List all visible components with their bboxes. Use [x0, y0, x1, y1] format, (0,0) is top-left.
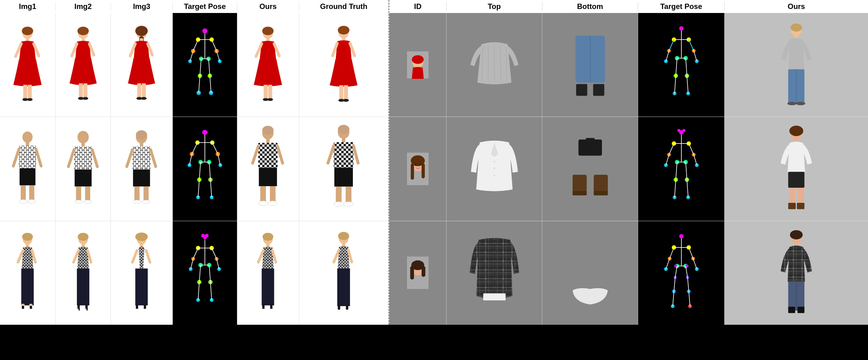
svg-line-277	[670, 39, 674, 50]
right-header-ours: Ours	[724, 2, 868, 11]
right-h4-label: Target Pose	[660, 2, 702, 11]
gt-r2-svg	[320, 122, 367, 215]
svg-rect-89	[81, 143, 85, 146]
svg-line-334	[686, 162, 687, 180]
svg-rect-167	[334, 168, 353, 187]
svg-line-395	[689, 292, 690, 306]
svg-point-120	[202, 131, 205, 134]
svg-point-173	[344, 202, 353, 206]
ours-r3-svg	[251, 228, 285, 317]
svg-rect-112	[133, 169, 150, 187]
svg-point-302	[494, 161, 495, 162]
svg-point-183	[21, 304, 25, 306]
right-r3-id	[389, 221, 446, 325]
top-r1-sweater	[465, 29, 524, 101]
svg-line-114	[151, 150, 156, 167]
main-container: Img1 Img2 Img3 Target Pose Ours Ground T…	[0, 0, 868, 325]
left-r2-img3	[111, 117, 173, 221]
svg-point-1	[22, 27, 33, 35]
svg-rect-178	[21, 269, 34, 306]
svg-point-196	[135, 232, 148, 241]
left-r3-img2	[56, 221, 111, 325]
svg-point-8	[27, 98, 32, 101]
svg-rect-157	[270, 186, 276, 202]
svg-point-159	[268, 201, 277, 206]
left-h5-label: Ours	[259, 2, 277, 11]
svg-line-53	[199, 76, 200, 93]
left-r1-img1	[0, 13, 56, 117]
left-r2-img2	[56, 117, 111, 221]
svg-rect-170	[336, 187, 342, 203]
svg-line-129	[192, 143, 197, 154]
svg-rect-14	[79, 83, 83, 98]
bottom-r1-jeans	[561, 29, 620, 101]
svg-rect-350	[410, 266, 414, 280]
svg-point-365	[679, 234, 684, 239]
right-r3-top	[446, 221, 542, 325]
svg-point-352	[415, 268, 416, 270]
svg-point-186	[78, 233, 88, 241]
svg-rect-297	[411, 163, 414, 180]
svg-point-205	[203, 237, 207, 240]
left-r3-ours	[237, 221, 299, 325]
svg-point-104	[136, 130, 147, 139]
id-r2-face	[407, 152, 429, 186]
svg-line-338	[687, 180, 688, 197]
svg-rect-402	[798, 307, 805, 313]
left-h2-label: Img2	[74, 2, 92, 11]
svg-rect-162	[342, 138, 345, 142]
svg-rect-311	[594, 191, 608, 195]
svg-point-300	[419, 163, 421, 165]
svg-point-299	[415, 163, 416, 165]
svg-point-397	[790, 230, 803, 240]
svg-point-27	[141, 97, 147, 100]
svg-rect-233	[262, 269, 274, 306]
right-h2-label: Top	[488, 2, 501, 11]
svg-point-102	[84, 200, 92, 203]
svg-rect-307	[586, 138, 594, 141]
svg-point-121	[205, 131, 208, 134]
right-r1-id	[389, 13, 446, 117]
svg-point-17	[83, 97, 88, 100]
svg-line-224	[199, 265, 200, 282]
left-r1-target-pose	[173, 13, 238, 117]
svg-rect-115	[135, 187, 140, 201]
right-panel: ID Top Bottom Target Pose Ours	[389, 0, 868, 325]
svg-line-234	[258, 250, 264, 262]
svg-rect-116	[144, 187, 149, 201]
svg-rect-194	[87, 308, 88, 310]
svg-line-141	[209, 162, 211, 180]
left-r2-target-pose	[173, 117, 238, 221]
left-header-img2: Img2	[56, 2, 111, 11]
svg-rect-149	[258, 143, 278, 168]
svg-line-326	[666, 155, 669, 165]
svg-point-161	[338, 124, 350, 134]
bw-man-r2-img3	[125, 126, 158, 212]
svg-line-282	[686, 58, 687, 76]
red-dress-front-svg	[10, 22, 44, 108]
red-dress-back-svg	[125, 22, 158, 108]
id-r1-face	[407, 51, 429, 79]
svg-point-28	[203, 28, 207, 33]
left-h4-label: Target Pose	[184, 2, 226, 11]
svg-point-56	[262, 27, 274, 35]
svg-line-49	[200, 59, 201, 76]
svg-rect-90	[74, 146, 92, 169]
svg-rect-84	[21, 185, 26, 201]
svg-line-189	[73, 250, 79, 262]
zigzag-woman-r3-img3	[125, 228, 158, 317]
svg-point-239	[338, 232, 349, 240]
left-h6-label: Ground Truth	[320, 2, 367, 11]
svg-point-184	[29, 304, 33, 306]
svg-point-72	[343, 99, 349, 102]
svg-rect-106	[132, 146, 151, 169]
svg-rect-74	[26, 142, 29, 146]
svg-rect-245	[346, 306, 348, 310]
right-header-target-pose: Target Pose	[638, 2, 724, 11]
svg-point-175	[22, 233, 33, 241]
right-r3-ours	[724, 221, 868, 325]
svg-line-200	[146, 250, 150, 262]
svg-rect-24	[137, 83, 142, 98]
svg-point-101	[74, 200, 83, 203]
svg-point-231	[262, 233, 274, 241]
